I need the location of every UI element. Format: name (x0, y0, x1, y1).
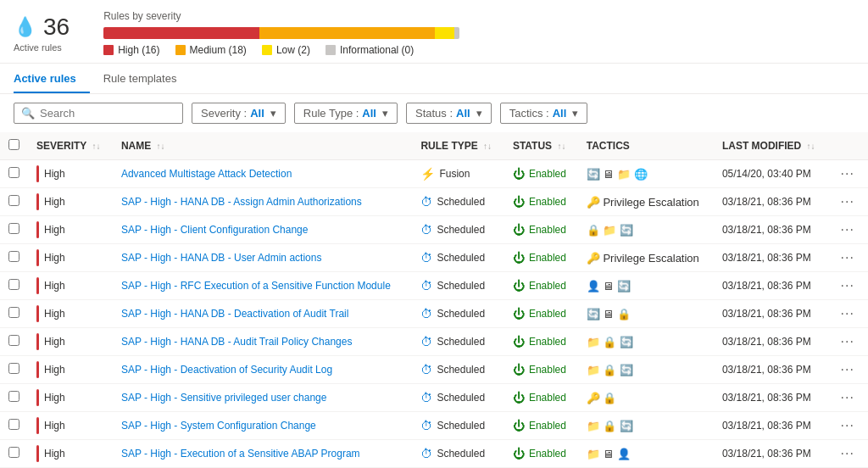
status-cell: ⏻Enabled (513, 167, 570, 181)
tactics-filter[interactable]: Tactics : All ▾ (500, 103, 588, 124)
rule-type-filter[interactable]: Rule Type : All ▾ (294, 103, 398, 124)
table-row[interactable]: HighSAP - High - Client Configuration Ch… (0, 216, 868, 244)
row-menu-button[interactable]: ··· (837, 166, 858, 181)
table-row[interactable]: HighSAP - High - HANA DB - Assign Admin … (0, 188, 868, 216)
tab-rule-templates[interactable]: Rule templates (103, 64, 191, 93)
legend-high-label: High (16) (118, 44, 159, 56)
row-menu-button[interactable]: ··· (837, 194, 858, 209)
rule-name-cell[interactable]: SAP - High - Deactivation of Security Au… (113, 356, 413, 384)
last-modified-cell: 03/18/21, 08:36 PM (714, 244, 829, 272)
rule-name-cell[interactable]: SAP - High - HANA DB - User Admin action… (113, 244, 413, 272)
table-row[interactable]: HighSAP - High - Deactivation of Securit… (0, 356, 868, 384)
severity-label: High (44, 280, 65, 292)
select-all-checkbox[interactable] (8, 139, 19, 150)
row-menu-button[interactable]: ··· (837, 446, 858, 460)
rule-type-icon: ⏱ (420, 447, 432, 460)
legend-high: High (16) (103, 44, 159, 56)
severity-cell: High (36, 417, 104, 434)
rule-name-cell[interactable]: SAP - High - System Configuration Change (113, 412, 413, 440)
rule-type-label: Scheduled (437, 364, 485, 376)
row-checkbox[interactable] (8, 419, 19, 430)
rule-type-icon: ⏱ (420, 391, 432, 404)
status-icon: ⏻ (513, 279, 525, 292)
severity-label: High (44, 392, 65, 404)
severity-cell: High (36, 193, 104, 210)
rule-type-cell: ⏱Scheduled (420, 195, 495, 209)
table-row[interactable]: HighSAP - High - Execution of a Sensitiv… (0, 440, 868, 468)
row-menu-button[interactable]: ··· (837, 250, 858, 265)
rule-name-cell[interactable]: SAP - High - HANA DB - Audit Trail Polic… (113, 328, 413, 356)
table-row[interactable]: HighSAP - High - RFC Execution of a Sens… (0, 272, 868, 300)
search-icon: 🔍 (21, 107, 35, 120)
table-row[interactable]: HighSAP - High - System Configuration Ch… (0, 412, 868, 440)
row-checkbox[interactable] (8, 335, 19, 346)
table-row[interactable]: HighSAP - High - HANA DB - Audit Trail P… (0, 328, 868, 356)
status-filter[interactable]: Status : All ▾ (406, 103, 492, 124)
row-checkbox[interactable] (8, 307, 19, 318)
table-row[interactable]: HighSAP - High - Sensitive privileged us… (0, 384, 868, 412)
tab-active-rules[interactable]: Active rules (14, 64, 90, 93)
row-menu-button[interactable]: ··· (837, 418, 858, 432)
rule-type-filter-label: Rule Type : (303, 107, 359, 120)
row-menu-button[interactable]: ··· (837, 362, 858, 376)
status-cell: ⏻Enabled (513, 335, 570, 348)
rule-name-cell[interactable]: Advanced Multistage Attack Detection (113, 160, 413, 188)
legend-dot-medium (175, 45, 186, 55)
row-menu-button[interactable]: ··· (837, 306, 858, 320)
row-menu-button[interactable]: ··· (837, 334, 858, 348)
row-checkbox[interactable] (8, 223, 19, 234)
last-modified-cell: 05/14/20, 03:40 PM (714, 160, 829, 188)
status-cell: ⏻Enabled (513, 195, 570, 209)
status-icon: ⏻ (513, 195, 525, 209)
rule-name-cell[interactable]: SAP - High - HANA DB - Assign Admin Auth… (113, 188, 413, 216)
status-label: Enabled (529, 448, 566, 460)
severity-filter[interactable]: Severity : All ▾ (192, 103, 286, 124)
header-name[interactable]: NAME ↑↓ (113, 132, 413, 160)
row-checkbox[interactable] (8, 167, 19, 178)
rule-name-cell[interactable]: SAP - High - RFC Execution of a Sensitiv… (113, 272, 413, 300)
severity-indicator (36, 193, 39, 210)
rule-name-cell[interactable]: SAP - High - HANA DB - Deactivation of A… (113, 300, 413, 328)
last-modified-cell: 03/18/21, 08:36 PM (714, 300, 829, 328)
name-sort-icon: ↑↓ (157, 142, 165, 151)
rule-name-cell[interactable]: SAP - High - Sensitive privileged user c… (113, 384, 413, 412)
status-icon: ⏻ (513, 167, 525, 181)
table-row[interactable]: HighSAP - High - HANA DB - Deactivation … (0, 300, 868, 328)
tactics-cell: 📁 🔒 🔄 (578, 328, 714, 356)
rule-type-cell: ⏱Scheduled (420, 223, 495, 237)
search-input[interactable] (40, 107, 159, 120)
status-cell: ⏻Enabled (513, 251, 570, 265)
rule-type-cell: ⏱Scheduled (420, 335, 495, 348)
legend-low-label: Low (2) (276, 44, 310, 56)
status-icon: ⏻ (513, 223, 525, 237)
severity-label: High (44, 196, 65, 208)
rule-name-cell[interactable]: SAP - High - Client Configuration Change (113, 216, 413, 244)
header-last-modified[interactable]: LAST MODIFIED ↑↓ (714, 132, 829, 160)
status-label: Enabled (529, 364, 566, 376)
toolbar: 🔍 Severity : All ▾ Rule Type : All ▾ Sta… (0, 94, 868, 132)
header-rule-type[interactable]: RULE TYPE ↑↓ (412, 132, 504, 160)
status-cell: ⏻Enabled (513, 363, 570, 376)
table-row[interactable]: HighAdvanced Multistage Attack Detection… (0, 160, 868, 188)
rule-name-cell[interactable]: SAP - High - Execution of a Sensitive AB… (113, 440, 413, 468)
row-menu-button[interactable]: ··· (837, 222, 858, 237)
row-checkbox[interactable] (8, 251, 19, 262)
row-checkbox[interactable] (8, 363, 19, 374)
severity-label: High (44, 420, 65, 432)
row-checkbox[interactable] (8, 447, 19, 458)
row-checkbox[interactable] (8, 391, 19, 402)
row-menu-button[interactable]: ··· (837, 278, 858, 292)
rule-type-label: Scheduled (437, 420, 485, 432)
row-checkbox[interactable] (8, 279, 19, 290)
header-status[interactable]: STATUS ↑↓ (504, 132, 578, 160)
table-row[interactable]: HighSAP - High - HANA DB - User Admin ac… (0, 244, 868, 272)
severity-label: High (44, 168, 65, 180)
search-box[interactable]: 🔍 (14, 103, 183, 124)
severity-indicator (36, 333, 39, 350)
status-cell: ⏻Enabled (513, 223, 570, 237)
header-severity[interactable]: SEVERITY ↑↓ (28, 132, 113, 160)
row-menu-button[interactable]: ··· (837, 390, 858, 404)
status-filter-value: All (456, 107, 470, 120)
rules-table-wrap: SEVERITY ↑↓ NAME ↑↓ RULE TYPE ↑↓ STATUS … (0, 132, 868, 468)
row-checkbox[interactable] (8, 195, 19, 206)
